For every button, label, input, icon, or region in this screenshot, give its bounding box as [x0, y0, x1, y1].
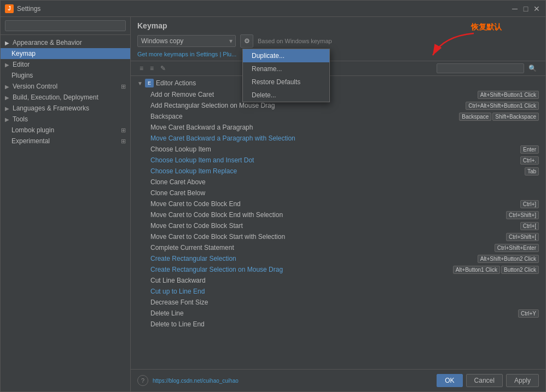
- keymap-select-wrapper: Windows copy: [137, 35, 236, 47]
- sidebar-item-appearance[interactable]: ▶ Appearance & Behavior: [1, 37, 130, 48]
- context-menu: Duplicate... Rename... Restore Defaults …: [242, 49, 330, 102]
- table-row[interactable]: Move Caret to Code Block End Ctrl+]: [131, 198, 545, 209]
- shortcut-badges: Alt+Button1 Click Button2 Click: [453, 266, 539, 274]
- table-row[interactable]: Cut Line Backward: [131, 275, 545, 286]
- shortcut-badges: Ctrl+Shift+Enter: [495, 244, 539, 252]
- shortcut-badge: Tab: [525, 167, 539, 175]
- group-icon: E: [145, 79, 154, 87]
- sidebar-item-vcs[interactable]: ▶ Version Control ⊞: [1, 81, 130, 92]
- action-name: Create Rectangular Selection: [150, 255, 478, 262]
- sidebar-item-label: Build, Execution, Deployment: [13, 93, 98, 101]
- sidebar-search-bar: [1, 17, 130, 35]
- table-row[interactable]: Add or Remove Caret Alt+Shift+Button1 Cl…: [131, 89, 545, 100]
- action-list[interactable]: ▼ E Editor Actions Add or Remove Caret A…: [131, 76, 545, 369]
- table-row[interactable]: Create Rectangular Selection on Mouse Dr…: [131, 264, 545, 275]
- table-row[interactable]: Add Rectangular Selection on Mouse Drag …: [131, 100, 545, 111]
- table-row[interactable]: Move Caret Backward a Paragraph with Sel…: [131, 133, 545, 144]
- keymap-row: Windows copy ⚙ Based on Windows keymap: [137, 34, 539, 48]
- action-name: Clone Caret Above: [150, 178, 539, 186]
- sidebar-item-tools[interactable]: ▶ Tools: [1, 114, 130, 125]
- menu-item-delete[interactable]: Delete...: [243, 89, 329, 102]
- action-name: Decrease Font Size: [150, 299, 539, 306]
- action-name: Move Caret to Code Block End with Select…: [150, 211, 506, 219]
- sidebar: ▶ Appearance & Behavior Keymap ▶ Editor …: [1, 17, 131, 391]
- action-name: Move Caret to Code Block End: [150, 200, 520, 208]
- sidebar-item-experimental[interactable]: Experimental ⊞: [1, 136, 130, 147]
- cancel-button[interactable]: Cancel: [466, 374, 503, 387]
- table-row[interactable]: Choose Lookup Item Enter: [131, 144, 545, 155]
- sidebar-item-keymap[interactable]: Keymap: [1, 48, 130, 59]
- menu-item-duplicate[interactable]: Duplicate...: [243, 49, 329, 62]
- edit-button[interactable]: ✎: [158, 63, 168, 73]
- menu-item-rename[interactable]: Rename...: [243, 62, 329, 75]
- table-row[interactable]: Choose Lookup Item Replace Tab: [131, 166, 545, 177]
- sidebar-item-lombok[interactable]: Lombok plugin ⊞: [1, 125, 130, 136]
- shortcut-badges: Ctrl+]: [520, 200, 539, 208]
- sidebar-item-plugins[interactable]: Plugins: [1, 70, 130, 81]
- shortcut-badge: Ctrl+[: [520, 222, 539, 230]
- sidebar-item-label: Appearance & Behavior: [13, 39, 82, 46]
- action-name: Choose Lookup Item Replace: [150, 167, 525, 175]
- table-row[interactable]: Move Caret to Code Block Start with Sele…: [131, 231, 545, 242]
- close-button[interactable]: ✕: [532, 4, 541, 13]
- table-row[interactable]: Move Caret to Code Block Start Ctrl+[: [131, 220, 545, 231]
- table-row[interactable]: Clone Caret Below: [131, 188, 545, 198]
- sidebar-search-input[interactable]: [5, 20, 126, 31]
- action-name: Move Caret Backward a Paragraph with Sel…: [150, 134, 539, 142]
- window-title: Settings: [17, 5, 40, 13]
- table-row[interactable]: Move Caret Backward a Paragraph: [131, 122, 545, 133]
- action-name: Complete Current Statement: [150, 244, 495, 251]
- apply-button[interactable]: Apply: [506, 374, 539, 387]
- shortcut-badges: Ctrl+.: [520, 156, 539, 165]
- search-button[interactable]: 🔍: [526, 63, 539, 73]
- titlebar: J Settings ─ □ ✕: [1, 1, 545, 17]
- get-more-link[interactable]: Get more keymaps in Settings | Plu...: [137, 51, 539, 57]
- help-button[interactable]: ?: [137, 375, 148, 386]
- sidebar-item-editor[interactable]: ▶ Editor: [1, 59, 130, 70]
- shortcut-badge: Ctrl+Shift+[: [506, 233, 539, 241]
- sidebar-item-label: Plugins: [11, 72, 33, 79]
- shortcut-badge: Shift+Backspace: [492, 113, 539, 121]
- table-row[interactable]: Decrease Font Size: [131, 297, 545, 308]
- maximize-button[interactable]: □: [521, 4, 530, 13]
- shortcut-badge: Ctrl+Shift+Enter: [495, 244, 539, 252]
- shortcut-badge: Ctrl+]: [520, 200, 539, 208]
- table-row[interactable]: Delete to Line End: [131, 319, 545, 330]
- action-name: Choose Lookup Item: [150, 145, 520, 153]
- menu-item-restore[interactable]: Restore Defaults: [243, 75, 329, 89]
- toolbar-row: ≡ ≡ ✎ 🔍: [131, 61, 545, 76]
- shortcut-badge: Button2 Click: [501, 266, 539, 274]
- main-header: Keymap Windows copy ⚙ Based on Windows k…: [131, 17, 545, 61]
- ok-button[interactable]: OK: [437, 374, 462, 387]
- expand-all-button[interactable]: ≡: [137, 63, 146, 73]
- gear-button[interactable]: ⚙: [240, 34, 253, 48]
- titlebar-controls: ─ □ ✕: [510, 4, 541, 13]
- arrow-icon: ▶: [5, 40, 10, 46]
- titlebar-left: J Settings: [5, 4, 40, 13]
- table-row[interactable]: Complete Current Statement Ctrl+Shift+En…: [131, 242, 545, 253]
- group-arrow-icon: ▼: [137, 80, 143, 86]
- shortcut-badges: Alt+Shift+Button2 Click: [478, 255, 539, 263]
- action-name: Move Caret to Code Block Start: [150, 222, 520, 230]
- action-group-editor[interactable]: ▼ E Editor Actions: [131, 77, 545, 89]
- sidebar-item-languages[interactable]: ▶ Languages & Frameworks: [1, 103, 130, 114]
- shortcut-badge: Ctrl+.: [520, 156, 539, 165]
- table-row[interactable]: Create Rectangular Selection Alt+Shift+B…: [131, 253, 545, 264]
- table-row[interactable]: Delete Line Ctrl+Y: [131, 308, 545, 319]
- table-row[interactable]: Backspace Backspace Shift+Backspace: [131, 111, 545, 122]
- table-row[interactable]: Clone Caret Above: [131, 177, 545, 188]
- action-name: Move Caret to Code Block Start with Sele…: [150, 233, 506, 241]
- sidebar-item-label: Keymap: [11, 50, 36, 57]
- sidebar-item-build[interactable]: ▶ Build, Execution, Deployment: [1, 92, 130, 103]
- shortcut-badge: Enter: [520, 145, 539, 154]
- collapse-all-button[interactable]: ≡: [148, 63, 156, 73]
- minimize-button[interactable]: ─: [510, 4, 519, 13]
- table-row[interactable]: Choose Lookup Item and Insert Dot Ctrl+.: [131, 155, 545, 166]
- footer-left: ? https://blog.csdn.net/cuihao_cuihao: [137, 375, 433, 386]
- table-row[interactable]: Move Caret to Code Block End with Select…: [131, 209, 545, 220]
- group-label: Editor Actions: [156, 79, 196, 87]
- table-row[interactable]: Cut up to Line End: [131, 286, 545, 297]
- action-search-input[interactable]: [437, 63, 524, 73]
- shortcut-badge: Alt+Shift+Button2 Click: [478, 255, 539, 263]
- keymap-select[interactable]: Windows copy: [137, 35, 236, 47]
